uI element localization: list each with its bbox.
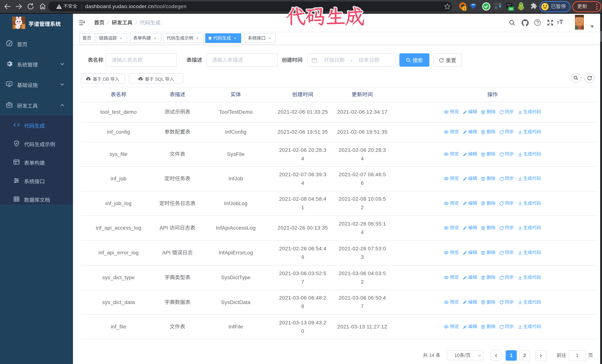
svg-text:1: 1 [463, 7, 465, 10]
svg-text:on: on [509, 7, 513, 10]
